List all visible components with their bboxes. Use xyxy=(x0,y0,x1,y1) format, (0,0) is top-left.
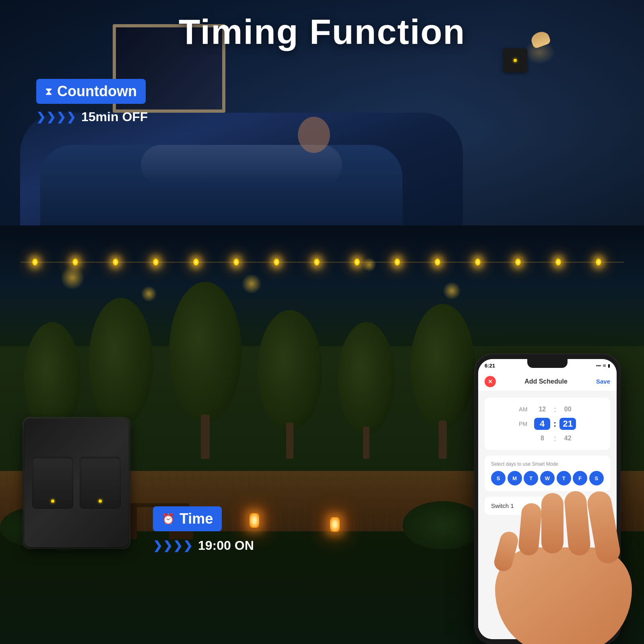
time-arrow-3: ❯ xyxy=(173,539,182,552)
phone-header-title: Add Schedule xyxy=(524,378,568,385)
countdown-badge[interactable]: ⧗ Countdown xyxy=(36,79,146,104)
minute-down: 42 xyxy=(560,435,576,442)
lantern-1 xyxy=(250,513,262,531)
hourglass-icon: ⧗ xyxy=(45,85,52,98)
countdown-label: Countdown xyxy=(57,83,137,100)
minute-up: 00 xyxy=(560,406,576,413)
trunk-5 xyxy=(363,427,369,459)
page-title: Timing Function xyxy=(0,11,644,52)
lantern-2 xyxy=(330,517,342,535)
hand-wrapper xyxy=(431,483,632,644)
hour-selected[interactable]: 4 xyxy=(534,418,550,430)
signal-icon: ▪▪▪ xyxy=(596,363,601,368)
countdown-timer-text: 15min OFF xyxy=(81,109,148,124)
pm-label: PM xyxy=(519,421,531,427)
finger-3 xyxy=(541,493,564,553)
top-section: Timing Function ⧗ Countdown ❯ ❯ ❯ ❯ 15mi… xyxy=(0,0,644,225)
battery-icon: ▮ xyxy=(608,363,610,368)
time-colon-2: : xyxy=(553,419,556,429)
wifi-icon: ≋ xyxy=(603,363,606,368)
time-colon-3: : xyxy=(553,433,556,444)
trunk-4 xyxy=(286,423,293,459)
minute-selected[interactable]: 21 xyxy=(559,418,576,430)
switch-led xyxy=(514,59,517,62)
phone-notch xyxy=(527,359,568,368)
switch-button-2[interactable] xyxy=(80,457,121,509)
countdown-arrows: ❯ ❯ ❯ ❯ xyxy=(36,110,76,124)
foliage-6 xyxy=(411,304,475,429)
phone-header: ✕ Add Schedule Save xyxy=(478,372,617,391)
foliage-2 xyxy=(89,298,153,427)
days-label: Select days to use Smart Mode xyxy=(491,461,604,467)
time-info: ❯ ❯ ❯ ❯ 19:00 ON xyxy=(153,538,254,553)
switch-panel[interactable] xyxy=(24,419,129,547)
clock-icon: ⏰ xyxy=(162,513,175,525)
foliage-4 xyxy=(258,310,322,431)
tree-3 xyxy=(169,282,242,459)
led-2 xyxy=(99,500,102,503)
arrow-3: ❯ xyxy=(56,110,66,124)
time-arrow-1: ❯ xyxy=(153,539,162,552)
time-badge-label: Time xyxy=(180,510,213,527)
phone-save-button[interactable]: Save xyxy=(596,378,610,385)
status-icons: ▪▪▪ ≋ ▮ xyxy=(596,363,610,368)
bottom-section: ⏰ Time ❯ ❯ ❯ ❯ 19:00 ON 6:21 ▪▪▪ ≋ ▮ xyxy=(0,225,644,644)
time-arrow-4: ❯ xyxy=(183,539,192,552)
time-row-2: PM 4 : 21 xyxy=(485,416,610,431)
status-time: 6:21 xyxy=(485,363,495,369)
arrow-2: ❯ xyxy=(46,110,56,124)
arrow-1: ❯ xyxy=(36,110,45,124)
time-picker[interactable]: AM 12 : 00 PM 4 : 21 8 : xyxy=(485,398,610,450)
hour-down: 8 xyxy=(534,435,550,442)
bokeh-4 xyxy=(362,258,376,272)
tree-6 xyxy=(411,304,475,459)
time-badge[interactable]: ⏰ Time xyxy=(153,506,222,531)
time-arrows: ❯ ❯ ❯ ❯ xyxy=(153,539,192,552)
am-label: AM xyxy=(519,406,531,413)
bokeh-3 xyxy=(242,274,262,294)
tree-5 xyxy=(338,322,394,459)
lantern-body-2 xyxy=(330,517,340,532)
led-1 xyxy=(51,500,54,503)
timer-info: ❯ ❯ ❯ ❯ 15min OFF xyxy=(36,109,148,124)
trunk-6 xyxy=(439,421,447,459)
phone-close-button[interactable]: ✕ xyxy=(485,376,496,387)
finger-2 xyxy=(564,490,591,556)
time-row-3: 8 : 42 xyxy=(485,431,610,445)
foliage-3 xyxy=(169,282,242,423)
time-schedule-text: 19:00 ON xyxy=(198,538,254,553)
bokeh-2 xyxy=(141,286,157,302)
time-row-1: AM 12 : 00 xyxy=(485,402,610,416)
bokeh-1 xyxy=(60,266,85,290)
time-colon-1: : xyxy=(553,404,556,415)
foliage-5 xyxy=(338,322,394,435)
hour-display: 12 xyxy=(534,406,550,413)
trunk-3 xyxy=(201,415,210,459)
person-silhouette xyxy=(121,113,362,185)
arrow-4: ❯ xyxy=(66,110,76,124)
switch-button-1[interactable] xyxy=(32,457,73,509)
close-icon: ✕ xyxy=(488,378,493,385)
person-head xyxy=(298,117,330,153)
lantern-body-1 xyxy=(250,513,259,528)
bokeh-5 xyxy=(443,282,461,300)
tree-4 xyxy=(258,310,322,459)
time-arrow-2: ❯ xyxy=(163,539,172,552)
